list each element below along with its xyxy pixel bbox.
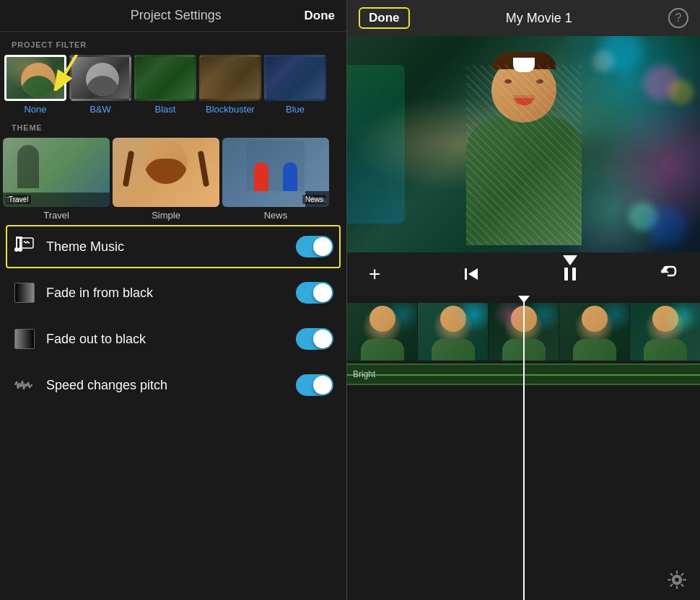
settings-list: Theme Music Fade in from black Fade out … xyxy=(0,221,346,411)
theme-label: THEME xyxy=(0,115,346,138)
fade-in-label: Fade in from black xyxy=(46,286,296,301)
theme-music-label: Theme Music xyxy=(46,239,296,255)
video-frame-1 xyxy=(347,303,417,361)
project-filter-label: PROJECT FILTER xyxy=(0,32,346,55)
neon-left xyxy=(347,65,405,224)
fade-in-icon xyxy=(13,281,36,304)
svg-point-25 xyxy=(674,577,680,583)
svg-rect-20 xyxy=(465,268,467,280)
toggle-knob xyxy=(313,376,332,394)
filter-blockbuster-label: Blockbuster xyxy=(206,104,255,115)
filter-blue[interactable]: Blue xyxy=(263,55,328,115)
filter-bw[interactable]: B&W xyxy=(68,55,133,115)
filter-bw-label: B&W xyxy=(89,104,111,115)
audio-track-label: Bright xyxy=(353,369,375,379)
playhead-control xyxy=(561,265,579,283)
theme-travel[interactable]: Travel Travel xyxy=(3,138,110,221)
svg-marker-21 xyxy=(468,268,478,280)
timeline-area: Bright xyxy=(347,296,700,600)
video-frame-5 xyxy=(630,303,700,361)
theme-simple[interactable]: Simple xyxy=(113,138,219,221)
setting-fade-in[interactable]: Fade in from black xyxy=(0,270,346,316)
toggle-knob xyxy=(313,330,332,348)
gear-icon xyxy=(667,570,687,590)
theme-music-toggle[interactable] xyxy=(296,236,333,257)
filter-blue-label: Blue xyxy=(286,104,305,115)
left-done-button[interactable]: Done xyxy=(305,9,336,23)
help-button[interactable]: ? xyxy=(668,8,688,28)
setting-theme-music[interactable]: Theme Music xyxy=(6,225,341,268)
pause-icon xyxy=(561,265,579,283)
svg-line-18 xyxy=(30,385,31,388)
skip-icon xyxy=(463,266,479,282)
scrubber-line xyxy=(523,296,525,600)
filter-none[interactable]: None xyxy=(3,55,68,115)
movie-title: My Movie 1 xyxy=(410,11,669,26)
filter-blast[interactable]: Blast xyxy=(133,55,198,115)
pause-button[interactable] xyxy=(561,265,579,283)
video-preview xyxy=(347,36,700,252)
speed-pitch-toggle[interactable] xyxy=(296,374,333,396)
right-panel: Done My Movie 1 ? xyxy=(346,0,700,600)
svg-rect-7 xyxy=(22,238,33,248)
fade-out-icon xyxy=(13,327,36,350)
settings-gear-button[interactable] xyxy=(665,568,688,591)
playhead-indicator xyxy=(563,255,577,265)
filter-none-thumb xyxy=(4,55,66,101)
filter-bw-thumb xyxy=(69,55,131,101)
theme-news-label: News xyxy=(264,210,288,221)
add-icon: + xyxy=(369,262,380,286)
speed-pitch-label: Speed changes pitch xyxy=(46,378,296,393)
right-done-button[interactable]: Done xyxy=(359,7,410,29)
theme-news-thumb: News xyxy=(222,138,329,207)
left-panel: Project Settings Done PROJECT FILTER Non… xyxy=(0,0,346,600)
theme-travel-label: Travel xyxy=(43,210,69,221)
bokeh-blue xyxy=(647,206,686,245)
undo-icon xyxy=(661,265,678,283)
svg-rect-23 xyxy=(572,268,576,281)
right-header: Done My Movie 1 ? xyxy=(347,0,700,36)
person-figure xyxy=(452,58,596,245)
filter-strip: None B&W Blast Blockbuster Blue xyxy=(0,55,346,115)
theme-grid: Travel Travel Simple xyxy=(0,138,346,221)
video-frame-4 xyxy=(559,303,629,361)
help-icon: ? xyxy=(675,12,682,25)
filter-blast-thumb xyxy=(134,55,196,101)
filter-none-label: None xyxy=(24,104,46,115)
filter-blue-thumb xyxy=(264,55,326,101)
theme-simple-thumb xyxy=(113,138,219,207)
undo-button[interactable] xyxy=(661,265,678,283)
playback-controls: + xyxy=(347,252,700,296)
theme-news[interactable]: News News xyxy=(222,138,329,221)
video-frame-2 xyxy=(418,303,488,361)
fade-out-toggle[interactable] xyxy=(296,328,333,350)
filter-blast-label: Blast xyxy=(155,104,176,115)
skip-to-start-button[interactable] xyxy=(463,266,479,282)
fade-in-toggle[interactable] xyxy=(296,282,333,304)
project-settings-title: Project Settings xyxy=(48,8,305,23)
toggle-knob xyxy=(313,237,332,256)
add-media-button[interactable]: + xyxy=(369,262,380,286)
filter-blockbuster[interactable]: Blockbuster xyxy=(198,55,263,115)
filter-blockbuster-thumb xyxy=(199,55,261,101)
svg-rect-22 xyxy=(564,268,568,281)
bokeh-yellow xyxy=(668,79,694,105)
left-header: Project Settings Done xyxy=(0,0,346,32)
setting-fade-out[interactable]: Fade out to black xyxy=(0,316,346,362)
setting-speed-pitch[interactable]: Speed changes pitch xyxy=(0,362,346,408)
person-body xyxy=(466,115,582,245)
theme-travel-thumb: Travel xyxy=(3,138,110,207)
fade-out-label: Fade out to black xyxy=(46,332,296,347)
music-icon xyxy=(13,235,36,258)
toggle-knob xyxy=(313,283,332,302)
theme-simple-label: Simple xyxy=(152,210,180,221)
pitch-icon xyxy=(13,374,36,397)
scrubber-top xyxy=(518,296,530,303)
